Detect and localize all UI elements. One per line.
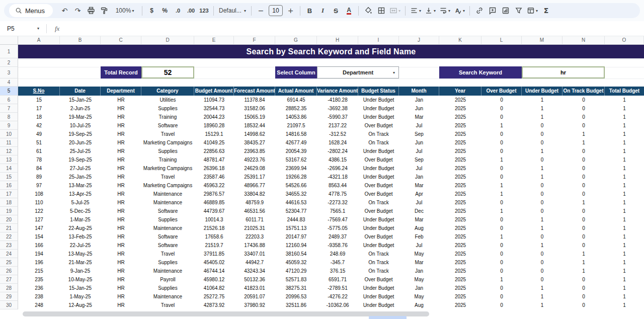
cell[interactable]: Jan — [399, 173, 439, 181]
cell[interactable]: 194 — [18, 250, 60, 258]
cell[interactable]: 2025 — [439, 96, 481, 104]
cell[interactable]: HR — [101, 301, 141, 309]
cell[interactable]: On Track — [358, 130, 399, 138]
column-header-I[interactable]: I — [358, 36, 399, 45]
cell[interactable]: 248 — [18, 301, 60, 309]
cell[interactable]: 14816.58 — [275, 130, 317, 138]
cell[interactable]: 0 — [481, 292, 522, 301]
cell[interactable]: Feb — [399, 232, 439, 241]
cell[interactable]: 1 — [562, 258, 605, 267]
cell[interactable]: 27-Jul-25 — [60, 164, 101, 173]
cell[interactable]: 0 — [522, 138, 562, 147]
cell[interactable]: -2802.24 — [317, 147, 358, 155]
cell[interactable]: 1 — [522, 224, 562, 232]
cell[interactable]: HR — [101, 284, 141, 292]
cell[interactable]: Software — [141, 232, 194, 241]
cell[interactable]: 13-Apr-25 — [60, 190, 101, 198]
cell[interactable]: 1 — [605, 301, 644, 309]
cell[interactable]: 236 — [18, 284, 60, 292]
cell[interactable]: 48759.9 — [234, 198, 275, 207]
cell[interactable]: 2025 — [439, 284, 481, 292]
cell[interactable]: Sep — [399, 155, 439, 164]
cell[interactable]: 0 — [481, 173, 522, 181]
cell[interactable]: 46889.85 — [194, 198, 234, 207]
cell[interactable]: Over Budget — [358, 181, 399, 190]
cell[interactable]: Payroll — [141, 275, 194, 284]
cell[interactable]: 22856.63 — [194, 147, 234, 155]
cell[interactable]: 1 — [605, 138, 644, 147]
cell[interactable]: 33804.82 — [234, 190, 275, 198]
cell[interactable]: 2025 — [439, 113, 481, 121]
cell[interactable]: 0 — [522, 232, 562, 241]
cell[interactable]: Under Budget — [358, 173, 399, 181]
cell[interactable]: 0 — [562, 96, 605, 104]
cell[interactable]: Over Budget — [358, 232, 399, 241]
cell[interactable]: 0 — [481, 250, 522, 258]
cell[interactable]: -2273.32 — [317, 198, 358, 207]
cell[interactable]: 38160.54 — [275, 250, 317, 258]
cell[interactable]: Supplies — [141, 258, 194, 267]
row-header-14[interactable]: 14 — [0, 164, 18, 173]
row-header-23[interactable]: 23 — [0, 241, 18, 250]
cell[interactable]: Over Budget — [358, 121, 399, 130]
cell[interactable]: 44616.53 — [275, 198, 317, 207]
decrease-decimal-button[interactable]: .0 — [172, 4, 184, 17]
cell[interactable]: 215 — [18, 267, 60, 275]
cell[interactable]: 1 — [481, 207, 522, 215]
cell[interactable]: 1 — [605, 275, 644, 284]
cell[interactable]: 1 — [522, 96, 562, 104]
cell[interactable]: 37911.85 — [194, 250, 234, 258]
cell[interactable]: 10-Jul-25 — [60, 121, 101, 130]
zoom-select[interactable]: 100% ▾ — [111, 4, 139, 17]
cell[interactable]: 0 — [562, 104, 605, 113]
cell[interactable]: 38435.27 — [234, 138, 275, 147]
cell[interactable]: HR — [101, 181, 141, 190]
cell[interactable]: 2025 — [439, 147, 481, 155]
cell[interactable]: Aug — [399, 224, 439, 232]
cell[interactable]: Jul — [399, 241, 439, 250]
cell[interactable]: 1 — [605, 173, 644, 181]
cell[interactable]: 34655.32 — [275, 190, 317, 198]
column-header-L[interactable]: L — [481, 36, 522, 45]
column-header-B[interactable]: B — [60, 36, 101, 45]
row-header-10[interactable]: 10 — [0, 130, 18, 138]
cell[interactable]: 37980.92 — [234, 301, 275, 309]
cell[interactable]: 1 — [605, 104, 644, 113]
cell[interactable]: 0 — [522, 207, 562, 215]
cell[interactable]: 21025.31 — [234, 224, 275, 232]
row-header-30[interactable]: 30 — [0, 301, 18, 309]
cell[interactable]: On Track — [358, 258, 399, 267]
row-header-18[interactable]: 18 — [0, 198, 18, 207]
cell[interactable]: -9358.76 — [317, 241, 358, 250]
cell[interactable]: 18532.44 — [234, 121, 275, 130]
cell[interactable]: 7565.1 — [317, 207, 358, 215]
column-header-O[interactable]: O — [605, 36, 644, 45]
cell[interactable]: HR — [101, 232, 141, 241]
cell[interactable]: 2025 — [439, 173, 481, 181]
row-header-17[interactable]: 17 — [0, 190, 18, 198]
create-filter-button[interactable] — [512, 4, 525, 17]
cell[interactable]: 1 — [481, 155, 522, 164]
cell[interactable]: 0 — [562, 190, 605, 198]
cell[interactable]: 0 — [481, 113, 522, 121]
cell[interactable]: Dec — [399, 207, 439, 215]
row-header-20[interactable]: 20 — [0, 215, 18, 224]
row-header-8[interactable]: 8 — [0, 113, 18, 121]
text-wrap-button[interactable]: ▾ — [438, 4, 452, 17]
cell[interactable]: 17436.88 — [234, 241, 275, 250]
cell[interactable]: 13-May-25 — [60, 250, 101, 258]
cell[interactable]: 4778.75 — [317, 190, 358, 198]
cell[interactable]: 22-Jul-25 — [60, 241, 101, 250]
cell[interactable]: 12160.94 — [275, 241, 317, 250]
cell[interactable]: 10-May-25 — [60, 275, 101, 284]
cell[interactable]: HR — [101, 250, 141, 258]
cell[interactable]: 0 — [562, 181, 605, 190]
cell[interactable]: 1 — [605, 155, 644, 164]
cell[interactable]: HR — [101, 241, 141, 250]
cell[interactable]: 51 — [18, 138, 60, 147]
cell[interactable]: 84 — [18, 164, 60, 173]
cell[interactable]: HR — [101, 292, 141, 301]
row-header-28[interactable]: 28 — [0, 284, 18, 292]
cell[interactable]: 89 — [18, 173, 60, 181]
cell[interactable]: 110 — [18, 198, 60, 207]
